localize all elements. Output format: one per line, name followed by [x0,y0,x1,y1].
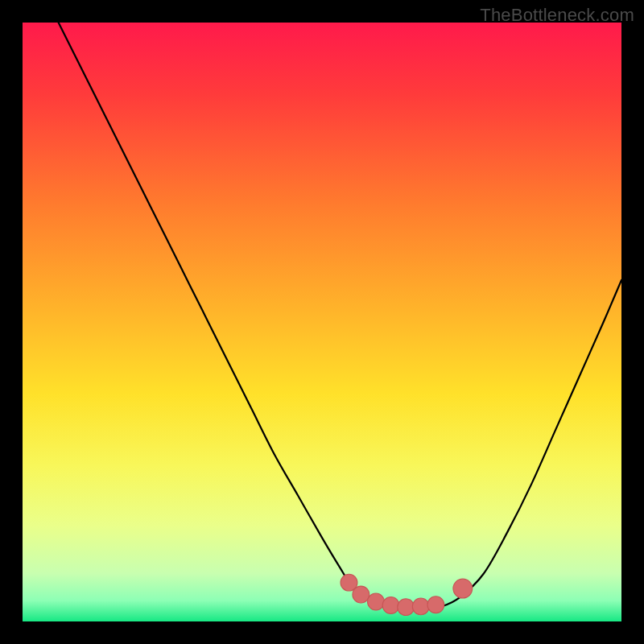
curve-marker [368,593,385,610]
curve-marker [353,586,369,603]
curve-marker [427,597,444,613]
curve-marker [412,598,429,615]
curve-marker [453,579,473,598]
curve-marker [398,599,415,616]
plot-area [23,23,621,621]
chart-svg [23,23,621,621]
curve-marker [382,597,399,613]
gradient-background [23,23,621,621]
chart-root: TheBottleneck.com [0,0,644,644]
